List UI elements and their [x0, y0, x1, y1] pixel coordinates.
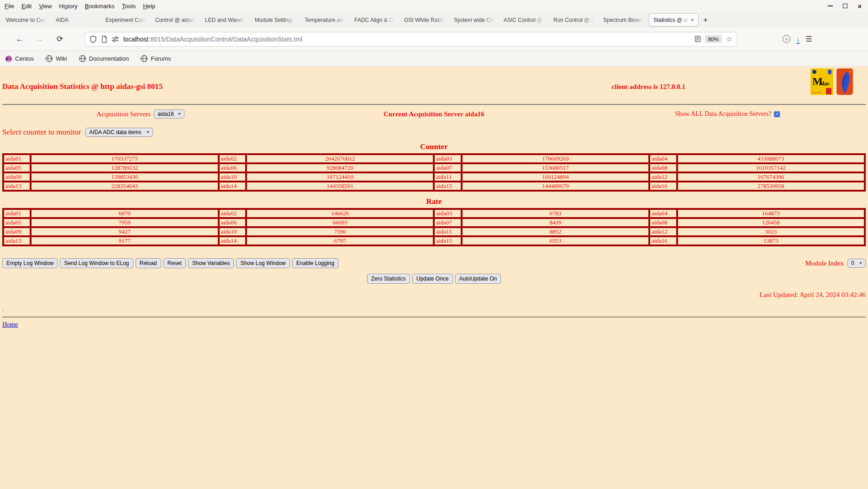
bookmark-label: Wiki	[56, 55, 67, 62]
tuning-icon[interactable]	[111, 36, 119, 42]
channel-value-cell: 66093	[246, 218, 434, 227]
enable-logging-button[interactable]: Enable Logging	[292, 258, 338, 268]
module-index-value: 0	[851, 260, 854, 266]
show-variables-button[interactable]: Show Variables	[188, 258, 234, 268]
channel-name-cell: aida05	[3, 218, 31, 227]
tab-label: Temperature and	[305, 17, 346, 23]
tab-module-settings-s[interactable]: Module Settings S	[251, 13, 300, 26]
download-icon[interactable]: ↓	[796, 35, 800, 43]
menu-help[interactable]: Help	[139, 3, 159, 10]
stats-row: aida09139853430aida10167124410aida111661…	[3, 172, 865, 182]
dot-text: .	[2, 305, 866, 312]
channel-name-cell: aida16	[649, 182, 677, 191]
update-button-row: Zero StatisticsUpdate OnceAutoUpdate On	[2, 274, 866, 284]
channel-name-cell: aida09	[3, 172, 31, 182]
channel-value-cell: 167674396	[677, 172, 865, 182]
empty-log-window-button[interactable]: Empty Log Window	[2, 258, 58, 268]
bookmarks-bar: CentosWikiDocumentationForums	[0, 51, 868, 67]
menu-view[interactable]: View	[35, 3, 55, 10]
tab-temperature-and[interactable]: Temperature and	[300, 13, 350, 26]
tab-fadc-align-co[interactable]: FADC Align & Co	[350, 13, 400, 26]
page-icon[interactable]	[101, 36, 107, 43]
stats-row: aida01170537275aida022642676812aida03170…	[3, 154, 865, 163]
acquisition-servers-label: Acquisition Servers	[96, 110, 151, 118]
reload-button[interactable]: Reload	[136, 258, 161, 268]
tab-aida[interactable]: AIDA	[52, 13, 101, 26]
bookmark-centos[interactable]: Centos	[5, 55, 34, 62]
channel-name-cell: aida15	[434, 182, 461, 191]
tab-control-aidas[interactable]: Control @ aidas-	[151, 13, 201, 26]
menu-history[interactable]: History	[55, 3, 81, 10]
tab-label: Control @ aidas-	[155, 17, 197, 23]
pocket-icon[interactable]: ∨	[783, 35, 790, 43]
update-once-button[interactable]: Update Once	[412, 274, 453, 284]
reload-button[interactable]: ⟳	[51, 34, 68, 44]
channel-name-cell: aida16	[649, 236, 677, 245]
menu-hamburger-icon[interactable]: ☰	[806, 35, 812, 43]
url-text[interactable]: localhost:8015/DataAcquisitionControl/Da…	[123, 36, 690, 43]
show-log-window-button[interactable]: Show Log Window	[236, 258, 289, 268]
midas-emblem-icon	[812, 70, 816, 74]
tab-close-icon[interactable]: ×	[690, 16, 694, 23]
module-index-select[interactable]: 0	[847, 259, 866, 268]
maximize-icon[interactable]	[843, 4, 847, 8]
channel-value-cell: 144358501	[246, 182, 434, 191]
menu-edit[interactable]: Edit	[18, 3, 35, 10]
tab-asic-control-a[interactable]: ASIC Control @ a	[500, 13, 549, 26]
forward-button[interactable]: →	[31, 35, 48, 44]
counter-monitor-value: AIDA ADC data items	[89, 129, 141, 135]
zoom-level-badge[interactable]: 80%	[705, 35, 722, 43]
channel-name-cell: aida13	[3, 182, 31, 191]
autoupdate-on-button[interactable]: AutoUpdate On	[455, 274, 501, 284]
globe-icon	[141, 55, 147, 62]
stats-row: aida13228354043aida14144358501aida151444…	[3, 182, 865, 191]
tab-run-control-ai[interactable]: Run Control @ ai	[549, 13, 599, 26]
tab-label: Spectrum Browse	[603, 17, 645, 23]
channel-value-cell: 7959	[31, 218, 218, 227]
tab-system-wide-che[interactable]: System wide Che	[450, 13, 500, 26]
channel-value-cell: 3023	[677, 227, 865, 236]
menu-bookmarks[interactable]: Bookmarks	[81, 3, 118, 10]
tab-welcome-to-cent[interactable]: Welcome to Cent	[2, 13, 52, 26]
tab-gsi-white-rabbit[interactable]: GSI White Rabbit	[400, 13, 450, 26]
back-button[interactable]: ←	[11, 35, 28, 44]
bookmark-forums[interactable]: Forums	[141, 55, 171, 62]
channel-value-cell: 13873	[677, 236, 865, 245]
counter-monitor-select[interactable]: AIDA ADC data items	[85, 128, 153, 137]
menu-bar: FileEditViewHistoryBookmarksToolsHelp ×	[0, 0, 868, 12]
send-log-window-to-elog-button[interactable]: Send Log Window to ELog	[60, 258, 133, 268]
tab-label: Run Control @ ai	[553, 17, 595, 23]
bookmark-star-icon[interactable]: ☆	[726, 35, 732, 43]
channel-name-cell: aida12	[649, 172, 677, 182]
channel-name-cell: aida11	[434, 172, 461, 182]
channel-value-cell: 1610357142	[677, 163, 865, 172]
reader-mode-icon[interactable]	[694, 36, 701, 42]
menu-tools[interactable]: Tools	[118, 3, 139, 10]
tab-spectrum-browse[interactable]: Spectrum Browse	[599, 13, 649, 26]
midas-feather-icon	[826, 88, 831, 94]
midas-shield-icon	[828, 70, 831, 74]
new-tab-button[interactable]: +	[699, 13, 712, 26]
tab-label: FADC Align & Co	[354, 17, 396, 23]
zero-statistics-button[interactable]: Zero Statistics	[367, 274, 410, 284]
channel-name-cell: aida01	[3, 209, 31, 218]
menu-file[interactable]: File	[1, 3, 18, 10]
channel-value-cell: 170609269	[462, 154, 649, 163]
show-all-checkbox[interactable]: ✓	[774, 111, 780, 117]
url-bar[interactable]: localhost:8015/DataAcquisitionControl/Da…	[85, 32, 737, 46]
acquisition-server-select[interactable]: aida16	[154, 109, 184, 119]
shield-icon[interactable]	[89, 36, 97, 43]
minimize-icon[interactable]	[828, 5, 833, 6]
tab-led-and-wavefor[interactable]: LED and Wavefor	[201, 13, 251, 26]
midas-logo: M idas powered by	[810, 68, 833, 95]
close-icon[interactable]: ×	[857, 3, 862, 10]
tab-experiment-contr[interactable]: Experiment Contr	[101, 13, 151, 26]
bookmark-wiki[interactable]: Wiki	[46, 55, 67, 62]
home-link[interactable]: Home	[2, 321, 18, 328]
tab-statistics-aid[interactable]: Statistics @ aid×	[649, 13, 699, 26]
chevron-down-icon	[147, 131, 149, 133]
bookmark-documentation[interactable]: Documentation	[79, 55, 129, 62]
channel-name-cell: aida03	[434, 209, 461, 218]
reset-button[interactable]: Reset	[163, 258, 186, 268]
stats-row: aida057959aida0666093aida078439aida08120…	[3, 218, 865, 227]
